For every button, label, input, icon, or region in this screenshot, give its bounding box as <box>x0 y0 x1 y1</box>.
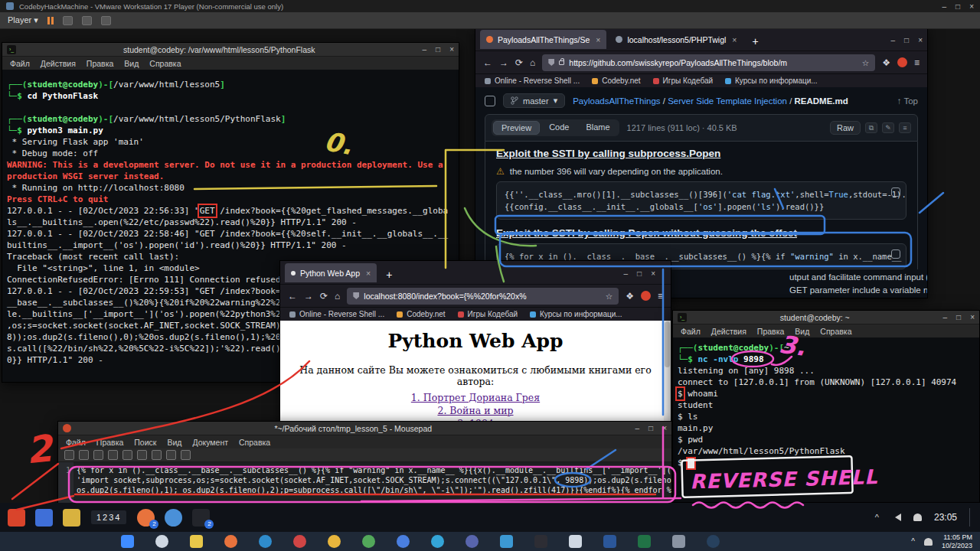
app-launcher-icon[interactable] <box>35 509 53 527</box>
bookmark-star-icon[interactable]: ☆ <box>862 58 869 67</box>
chromium-window-icon[interactable] <box>165 509 182 527</box>
close-button[interactable]: × <box>662 424 667 432</box>
minimize-button[interactable]: – <box>423 45 427 54</box>
tab-close-icon[interactable]: × <box>732 35 737 44</box>
undo-icon[interactable] <box>108 450 118 460</box>
vm-clock[interactable]: 23:05 <box>934 512 957 523</box>
terminal-window-icon[interactable]: 2 <box>192 509 210 527</box>
gh-tab[interactable]: Blame <box>578 121 617 135</box>
profile-avatar[interactable] <box>641 291 651 301</box>
terminal-icon[interactable] <box>534 535 547 548</box>
extensions-icon[interactable]: ❖ <box>626 291 634 302</box>
menu-item[interactable]: Файл <box>5 58 34 69</box>
discord-icon[interactable] <box>466 535 479 548</box>
notifications-icon[interactable] <box>913 514 922 521</box>
terminal-titlebar[interactable]: ›_ student@codeby: /var/www/html/lesson5… <box>2 43 459 57</box>
windows-start-icon[interactable] <box>121 535 134 548</box>
close-button[interactable]: × <box>651 269 655 278</box>
redo-icon[interactable] <box>122 450 132 460</box>
chrome-profile-red-icon[interactable] <box>293 535 306 548</box>
maximize-button[interactable]: □ <box>637 269 642 278</box>
close-button[interactable]: × <box>969 2 974 11</box>
notepad-icon[interactable] <box>569 535 582 548</box>
close-button[interactable]: × <box>970 313 975 321</box>
workspace-pager[interactable]: 1234 <box>91 510 126 524</box>
browser-tab-localhost[interactable]: localhost/lesson5/PHPTwigl × <box>609 30 743 49</box>
bookmark-item[interactable]: Codeby.net <box>397 310 445 318</box>
menu-item[interactable]: Справка <box>234 437 275 448</box>
terminal-output[interactable]: ┌──(student@codeby)-[~]└─$ nc -nvlp 9898… <box>673 337 979 502</box>
maximize-button[interactable]: □ <box>956 313 961 321</box>
browser-tab-webapp[interactable]: Python Web App × <box>285 263 377 282</box>
raw-button[interactable]: Raw <box>830 121 861 135</box>
bookmark-item[interactable]: Курсы по информаци... <box>530 310 622 318</box>
tab-close-icon[interactable]: × <box>366 269 371 278</box>
menu-item[interactable]: Вид <box>119 58 143 69</box>
kali-start-icon[interactable] <box>8 509 25 527</box>
menu-item[interactable]: Справка <box>145 58 185 69</box>
bookmark-item[interactable]: Курсы по информаци... <box>725 77 818 85</box>
maximize-button[interactable]: □ <box>904 36 909 44</box>
show-desktop-button[interactable] <box>969 508 972 527</box>
paste-icon[interactable] <box>166 450 176 460</box>
bookmark-item[interactable]: Игры Кодебай <box>458 310 518 318</box>
bookmark-item[interactable]: Codeby.net <box>592 77 640 85</box>
home-icon[interactable]: ⌂ <box>530 57 535 68</box>
vm-toolbar-icon[interactable] <box>101 16 111 25</box>
menu-item[interactable]: Вид <box>790 326 814 337</box>
outline-icon[interactable]: ≡ <box>899 122 911 133</box>
cut-icon[interactable] <box>137 450 147 460</box>
copy-code-icon[interactable] <box>891 249 900 259</box>
breadcrumb-repo[interactable]: PayloadsAllTheThings <box>573 96 660 106</box>
volume-icon[interactable] <box>891 514 901 521</box>
heading-subprocess-popen[interactable]: Exploit the SSTI by calling subprocess.P… <box>496 148 906 159</box>
breadcrumb-folder[interactable]: Server Side Template Injection <box>668 96 787 106</box>
back-icon[interactable]: ← <box>288 291 297 302</box>
mousepad-editor[interactable]: 1 {% for x in ().__class__.__base__.__su… <box>58 462 671 504</box>
firefox-icon[interactable] <box>224 535 237 548</box>
menu-item[interactable]: Правка <box>92 437 128 448</box>
menu-item[interactable]: Поиск <box>129 437 161 448</box>
maximize-button[interactable]: □ <box>436 45 440 54</box>
edit-icon[interactable]: ✎ <box>882 122 894 133</box>
back-to-top-link[interactable]: ↑ Top <box>897 96 918 106</box>
menu-item[interactable]: Справка <box>815 326 856 337</box>
chrome-profile-yellow-icon[interactable] <box>328 535 341 548</box>
telegram-icon[interactable] <box>431 535 444 548</box>
chrome-profile-blue-icon[interactable] <box>397 535 410 548</box>
file-manager-icon[interactable] <box>63 509 80 527</box>
gh-tab[interactable]: Code <box>541 121 577 135</box>
vscode-icon[interactable] <box>500 535 513 548</box>
close-button[interactable]: × <box>918 36 923 44</box>
copy-icon[interactable] <box>152 450 162 460</box>
browser-tab-payloads[interactable]: PayloadsAllTheThings/Se × <box>480 30 606 49</box>
profile-avatar[interactable] <box>897 57 907 67</box>
mousepad-titlebar[interactable]: *~/Рабочий стол/tmp_lesson_5 - Mousepad … <box>58 422 671 435</box>
minimize-button[interactable]: – <box>943 313 948 321</box>
notifications-icon[interactable] <box>924 538 933 546</box>
vm-toolbar-icon[interactable] <box>63 16 73 25</box>
minimize-button[interactable]: – <box>635 424 640 432</box>
menu-item[interactable]: Действия <box>36 58 80 69</box>
menu-item[interactable]: Правка <box>753 326 789 337</box>
new-tab-button[interactable]: + <box>746 35 765 47</box>
pause-vm-button[interactable] <box>47 17 54 24</box>
vm-toolbar-icon[interactable] <box>82 16 92 25</box>
edge-icon[interactable] <box>259 535 272 548</box>
bookmark-star-icon[interactable]: ☆ <box>606 292 612 301</box>
excel-icon[interactable] <box>638 535 651 548</box>
bookmark-item[interactable]: Online - Reverse Shell ... <box>485 77 580 85</box>
heading-popen-no-offset[interactable]: Exploit the SSTI by calling Popen withou… <box>496 227 906 239</box>
forward-icon[interactable]: → <box>499 57 508 68</box>
sidebar-toggle-icon[interactable] <box>485 96 495 106</box>
reload-icon[interactable]: ⟳ <box>320 291 328 302</box>
host-clock[interactable]: 11:05 PM 10/2/2023 <box>942 533 972 550</box>
chrome-profile-green-icon[interactable] <box>362 535 375 548</box>
minimize-button[interactable]: – <box>891 36 896 44</box>
menu-item[interactable]: Вид <box>162 437 186 448</box>
word-icon[interactable] <box>603 535 616 548</box>
minimize-button[interactable]: – <box>942 2 947 11</box>
file-explorer-icon[interactable] <box>190 535 203 548</box>
open-file-icon[interactable] <box>79 450 89 460</box>
url-bar[interactable]: localhost:8080/index?book={%%20for%20x% … <box>347 288 619 305</box>
